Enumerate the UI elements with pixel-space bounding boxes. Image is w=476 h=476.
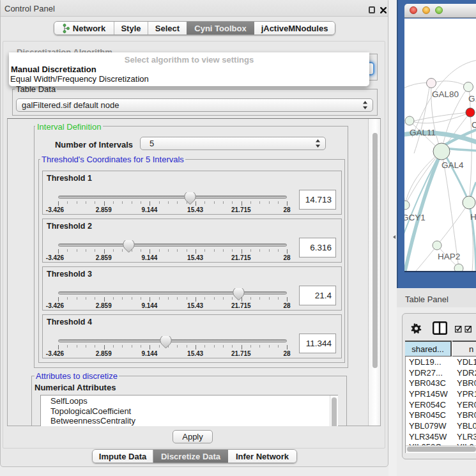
svg-text:C: C	[472, 120, 476, 130]
svg-text:HAP2: HAP2	[438, 252, 460, 261]
svg-text:GAL11: GAL11	[410, 128, 436, 137]
svg-text:GAL4: GAL4	[441, 160, 464, 170]
svg-text:GCY1: GCY1	[404, 213, 426, 222]
svg-text:H: H	[470, 212, 476, 222]
svg-text:G.: G.	[468, 94, 476, 104]
svg-text:GAL80: GAL80	[432, 89, 459, 99]
